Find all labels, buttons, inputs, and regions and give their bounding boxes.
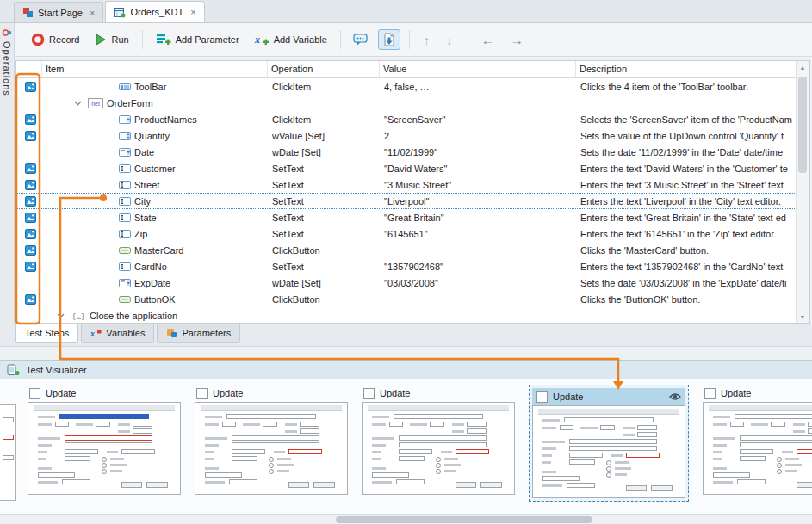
svg-text:x: x	[90, 329, 95, 338]
column-header-item[interactable]: Item	[42, 61, 268, 77]
close-tab-icon[interactable]: ×	[90, 8, 95, 18]
thumbnail-image[interactable]	[28, 402, 181, 495]
step-description	[577, 96, 796, 110]
test-step-row[interactable]: ProductNamesClickItem"ScreenSaver"Select…	[16, 111, 797, 127]
outdent-icon[interactable]: ←	[476, 34, 499, 46]
indent-icon[interactable]: →	[505, 34, 529, 46]
test-visualizer-header[interactable]: Test Visualizer	[0, 360, 812, 379]
visualizer-horizontal-scrollbar[interactable]	[0, 514, 812, 524]
update-checkbox[interactable]	[704, 388, 716, 399]
item-text-icon	[119, 213, 131, 223]
update-label: Update	[553, 391, 583, 402]
step-value	[381, 243, 577, 257]
item-text-icon	[119, 229, 131, 239]
step-value	[381, 292, 577, 306]
step-value: "3 Music Street"	[381, 177, 577, 192]
thumbnail-form-mock	[538, 409, 679, 495]
step-value: 2	[381, 128, 577, 143]
visualizer-thumbnail[interactable]: Update	[529, 385, 689, 502]
move-down-icon[interactable]: ↓	[441, 34, 458, 46]
test-step-row[interactable]: MasterCardClickButtonClicks the 'MasterC…	[16, 242, 797, 258]
tab-parameters[interactable]: Parameters	[157, 324, 240, 343]
test-step-row[interactable]: ZipSetText"6145651"Enters the text '6145…	[16, 225, 797, 242]
move-up-icon[interactable]: ↑	[418, 34, 436, 46]
add-comment-button[interactable]	[350, 30, 372, 49]
close-tab-icon[interactable]: ×	[190, 7, 195, 17]
scroll-down-icon[interactable]: ▼	[797, 311, 809, 323]
test-step-row[interactable]: netOrderForm	[16, 95, 797, 111]
visualizer-image-icon	[25, 82, 36, 92]
test-step-row[interactable]: {…}Close the application	[16, 307, 797, 323]
record-button[interactable]: Record	[27, 29, 84, 50]
test-step-row[interactable]: StreetSetText"3 Music Street"Enters the …	[16, 176, 797, 193]
scrollbar-thumb[interactable]	[798, 77, 807, 173]
table-header-row: Item Operation Value Description	[16, 61, 797, 78]
update-label: Update	[46, 388, 76, 398]
eye-icon[interactable]	[669, 392, 681, 401]
thumbnail-image[interactable]	[362, 402, 515, 495]
tab-variables[interactable]: x Variables	[81, 324, 154, 343]
thumbnail-image[interactable]	[532, 405, 685, 498]
thumbnail-image[interactable]	[195, 402, 348, 495]
update-checkbox[interactable]	[363, 388, 375, 399]
scrollbar-thumb[interactable]	[336, 516, 592, 523]
visualizer-thumbnail[interactable]: Update	[28, 385, 181, 495]
thumbnail-image[interactable]	[703, 402, 812, 495]
scroll-up-icon[interactable]: ▲	[797, 61, 809, 73]
test-step-row[interactable]: CardNoSetText"1357902468"Enters the text…	[16, 258, 797, 274]
visualizer-thumbnail[interactable]: Update	[195, 385, 348, 495]
step-operation: ClickItem	[269, 79, 381, 94]
tab-orders-kdt[interactable]: Orders_KDT ×	[105, 1, 204, 22]
thumbnail-header: Update	[28, 385, 181, 402]
step-description: Enters the text '6145651' in the 'Zip' t…	[577, 226, 796, 241]
step-item-cell: Date	[43, 145, 269, 159]
test-step-row[interactable]: QuantitywValue [Set]2Sets the value of t…	[16, 127, 797, 144]
visualizer-image-icon	[25, 196, 36, 207]
column-header-description[interactable]: Description	[576, 61, 797, 77]
test-step-row[interactable]: CustomerSetText"David Waters"Enters the …	[16, 160, 797, 176]
test-step-row[interactable]: ButtonOKClickButtonClicks the 'ButtonOK'…	[16, 291, 797, 307]
add-variable-label: Add Variable	[274, 34, 327, 45]
operations-panel-strip[interactable]: Operations	[0, 23, 15, 324]
step-image-cell	[17, 308, 43, 323]
tab-test-steps[interactable]: Test Steps	[15, 324, 78, 343]
test-step-row[interactable]: StateSetText"Great Britain"Enters the te…	[16, 209, 797, 225]
test-step-row[interactable]: ExpDatewDate [Set]"03/03/2008"Sets the d…	[16, 274, 797, 291]
step-value: "6145651"	[381, 226, 577, 241]
insert-operation-button[interactable]	[378, 29, 400, 50]
collapse-chevron-icon[interactable]	[57, 313, 65, 318]
add-variable-button[interactable]: x Add Variable	[250, 29, 332, 50]
visualizer-image-icon	[25, 163, 36, 174]
visualizer-thumbnail[interactable]: Update	[703, 385, 812, 495]
test-step-row[interactable]: ToolBarClickItem4, false, …Clicks the 4 …	[16, 78, 797, 95]
update-checkbox[interactable]	[196, 388, 208, 399]
tab-label: Orders_KDT	[130, 7, 183, 17]
comment-bubble-icon	[353, 33, 369, 46]
editor-bottom-tabs: Test Steps x Variables Parameters	[0, 324, 812, 347]
column-header-operation[interactable]: Operation	[268, 61, 380, 77]
column-header-image[interactable]	[16, 61, 42, 77]
start-page-icon	[22, 7, 34, 18]
collapse-chevron-icon[interactable]	[74, 101, 82, 106]
record-icon	[31, 33, 45, 46]
thumbnail-header: Update	[703, 385, 812, 402]
step-item-cell: ProductNames	[43, 112, 269, 126]
add-parameter-button[interactable]: Add Parameter	[152, 29, 244, 50]
run-button[interactable]: Run	[90, 29, 133, 50]
step-item-cell: State	[43, 210, 269, 225]
item-combo-icon	[119, 114, 131, 125]
step-image-cell	[17, 145, 43, 159]
step-operation: wValue [Set]	[269, 128, 381, 143]
record-button-label: Record	[49, 34, 79, 45]
test-step-row[interactable]: CitySetText"Liverpool"Enters the text 'L…	[16, 193, 797, 209]
update-checkbox[interactable]	[536, 391, 548, 403]
update-checkbox[interactable]	[29, 388, 40, 399]
step-item-label: ButtonOK	[134, 292, 176, 306]
test-step-row[interactable]: DatewDate [Set]"11/02/1999"Sets the date…	[16, 144, 797, 160]
visualizer-thumbnail[interactable]: Update	[362, 385, 515, 495]
column-header-value[interactable]: Value	[380, 61, 576, 77]
table-vertical-scrollbar[interactable]: ▲ ▼	[796, 61, 809, 323]
item-net-icon: net	[88, 98, 103, 108]
toolbar-separator	[142, 30, 143, 49]
tab-start-page[interactable]: Start Page ×	[14, 2, 103, 22]
